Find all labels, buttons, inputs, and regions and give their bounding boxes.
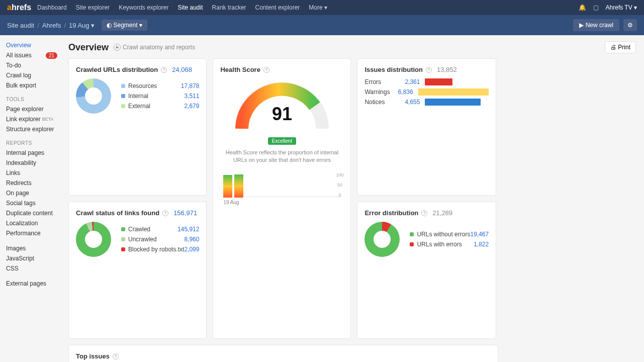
health-trend-chart: 100500 [220,172,343,198]
donut-error-dist [364,222,400,257]
sidebar-item-page-explorer[interactable]: Page explorer [5,104,58,114]
health-gauge: 91 [232,78,332,134]
legend-row[interactable]: Uncrawled8,960 [121,234,199,244]
legend-row[interactable]: URLs with errors1,822 [410,239,489,249]
sidebar-item-indexability[interactable]: Indexability [5,158,58,168]
nav-item-site-audit[interactable]: Site audit [178,4,203,11]
health-badge: Excellent [268,137,297,145]
card-health-score: Health Score? 91 Excellent Health Score … [213,58,351,339]
top-nav: ahrefs DashboardSite explorerKeywords ex… [0,0,644,15]
sidebar-item-external-pages[interactable]: External pages [5,279,58,289]
sidebar-item-links[interactable]: Links [5,168,58,178]
nav-item-site-explorer[interactable]: Site explorer [76,4,110,11]
legend-row[interactable]: Resources17,878 [121,81,199,91]
sidebar-item-crawl-log[interactable]: Crawl log [5,70,58,80]
window-icon[interactable]: ▢ [593,4,599,11]
breadcrumb-date[interactable]: 19 Aug ▾ [69,22,95,29]
sidebar-item-overview[interactable]: Overview [5,40,58,50]
page-title: Overview [68,42,109,53]
donut-crawled-urls [76,78,111,114]
nav-item-content-explorer[interactable]: Content explorer [255,4,300,11]
nav-item-rank-tracker[interactable]: Rank tracker [212,4,246,11]
card-crawl-status: Crawl status of links found?156,971 Craw… [68,202,207,339]
sidebar: OverviewAll issues21To-doCrawl logBulk e… [0,35,60,362]
sidebar-item-all-issues[interactable]: All issues21 [5,50,58,60]
card-top-issues: Top issues? IssueCrawledChangeAddedNewRe… [68,345,498,362]
sidebar-item-link-explorer[interactable]: Link explorerBETA [5,114,58,124]
sidebar-head-tools: TOOLS [6,97,58,102]
bell-icon[interactable]: 🔔 [579,4,586,11]
error-dist-total: 21,289 [432,209,452,217]
nav-item-dashboard[interactable]: Dashboard [37,4,67,11]
legend-row[interactable]: Crawled145,912 [121,224,199,234]
sidebar-item-on-page[interactable]: On page [5,188,58,198]
nav-item-more-[interactable]: More ▾ [309,4,327,11]
issue-dist-row[interactable]: Notices4,655 [364,99,489,106]
issue-dist-row[interactable]: Errors2,361 [364,78,489,85]
sidebar-item-social-tags[interactable]: Social tags [5,198,58,208]
info-icon[interactable]: ? [162,210,168,216]
info-icon[interactable]: ? [161,67,167,73]
sidebar-item-internal-pages[interactable]: Internal pages [5,148,58,158]
legend-row[interactable]: Blocked by robots.txt2,099 [121,244,199,254]
settings-button[interactable]: ⚙ [623,19,637,31]
issue-dist-row[interactable]: Warnings6,836 [364,88,489,96]
main-content: Overview ▶Crawl anatomy and reports 🖨 Pr… [60,35,644,362]
info-icon[interactable]: ? [426,67,432,73]
donut-crawl-status [76,222,111,257]
sidebar-item-bulk-export[interactable]: Bulk export [5,80,58,90]
sidebar-head-reports: REPORTS [6,140,58,146]
crawl-status-total[interactable]: 156,971 [173,209,197,217]
health-score-value: 91 [232,104,332,125]
segment-button[interactable]: ◐ Segment ▾ [102,20,147,31]
sidebar-item-localization[interactable]: Localization [5,218,58,228]
breadcrumb-project[interactable]: Ahrefs [42,22,61,29]
sidebar-item-css[interactable]: CSS [5,263,58,274]
info-icon[interactable]: ? [421,210,427,216]
sidebar-item-images[interactable]: Images [5,243,58,253]
breadcrumb-site-audit[interactable]: Site audit [7,22,34,29]
logo[interactable]: ahrefs [7,3,31,12]
card-error-distribution: Error distribution?21,289 URLs without e… [357,202,496,339]
health-note: Health Score reflects the proportion of … [220,149,343,164]
sidebar-item-to-do[interactable]: To-do [5,60,58,70]
sidebar-item-structure-explorer[interactable]: Structure explorer [5,124,58,134]
legend-row[interactable]: Internal3,511 [121,91,199,101]
badge: 21 [46,52,57,59]
chart-x-label: 19 Aug [220,200,343,205]
info-icon[interactable]: ? [113,353,119,359]
print-button[interactable]: 🖨 Print [605,41,636,53]
sidebar-item-redirects[interactable]: Redirects [5,178,58,188]
user-menu[interactable]: Ahrefs TV ▾ [606,4,637,11]
card-crawled-urls: Crawled URLs distribution?24,068 Resourc… [68,58,207,196]
nav-item-keywords-explorer[interactable]: Keywords explorer [119,4,168,11]
legend-row[interactable]: URLs without errors19,467 [410,229,489,239]
crawled-urls-total[interactable]: 24,068 [172,66,192,73]
sidebar-item-duplicate-content[interactable]: Duplicate content [5,208,58,218]
help-video-link[interactable]: ▶Crawl anatomy and reports [114,44,195,51]
sub-nav: Site audit / Ahrefs / 19 Aug ▾ ◐ Segment… [0,15,644,35]
issues-dist-total: 13,852 [437,66,457,73]
card-issues-distribution: Issues distribution?13,852 Errors2,361Wa… [357,58,496,196]
sidebar-item-javascript[interactable]: JavaScript [5,253,58,263]
new-crawl-button[interactable]: ▶ New crawl [573,19,619,31]
sidebar-item-performance[interactable]: Performance [5,228,58,238]
info-icon[interactable]: ? [263,67,269,73]
legend-row[interactable]: External2,679 [121,101,199,111]
